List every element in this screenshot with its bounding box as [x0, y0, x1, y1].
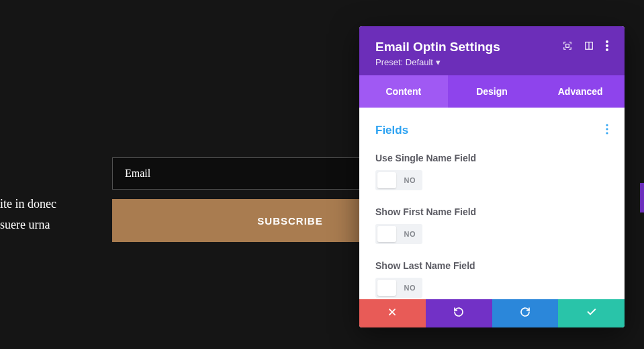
undo-button[interactable] — [426, 299, 492, 327]
kebab-icon[interactable] — [606, 40, 608, 54]
close-icon — [387, 307, 397, 319]
panel-body: Fields Use Single Name Field NO Show Fir… — [359, 108, 625, 299]
copy-line-1: ite in donec — [0, 194, 56, 215]
toggle-value: NO — [404, 230, 416, 238]
expand-icon[interactable] — [563, 41, 572, 53]
settings-panel: Email Optin Settings Preset: Default ▾ C… — [359, 26, 625, 327]
toggle-knob — [377, 172, 396, 188]
page-copy: ite in donec suere urna — [0, 194, 56, 235]
toggle-single-name[interactable]: NO — [375, 170, 422, 190]
section-kebab-icon[interactable] — [606, 122, 608, 138]
subscribe-label: SUBSCRIBE — [257, 215, 322, 227]
field-row: Use Single Name Field NO — [375, 153, 608, 193]
toggle-value: NO — [404, 176, 416, 184]
svg-point-6 — [606, 124, 608, 126]
snap-icon[interactable] — [584, 41, 594, 53]
svg-point-3 — [606, 40, 608, 43]
field-label: Use Single Name Field — [375, 153, 608, 163]
field-label: Show Last Name Field — [375, 260, 608, 271]
cancel-button[interactable] — [359, 299, 426, 327]
svg-rect-0 — [566, 44, 569, 48]
panel-header: Email Optin Settings Preset: Default ▾ — [359, 26, 625, 75]
field-label: Show First Name Field — [375, 206, 608, 217]
tab-advanced[interactable]: Advanced — [536, 75, 625, 108]
panel-title: Email Optin Settings — [375, 40, 500, 54]
section-title[interactable]: Fields — [375, 124, 408, 137]
field-row: Show First Name Field NO — [375, 206, 608, 247]
svg-point-8 — [606, 132, 608, 134]
svg-point-5 — [606, 48, 608, 51]
undo-icon — [453, 307, 464, 320]
check-icon — [586, 307, 597, 320]
tab-design[interactable]: Design — [448, 75, 537, 108]
field-row: Show Last Name Field NO — [375, 260, 608, 299]
toggle-value: NO — [404, 284, 416, 292]
redo-icon — [520, 307, 531, 320]
email-placeholder: Email — [125, 167, 150, 180]
redo-button[interactable] — [492, 299, 559, 327]
toggle-knob — [377, 280, 396, 296]
save-button[interactable] — [558, 299, 625, 327]
side-indicator — [640, 183, 644, 212]
panel-tabs: Content Design Advanced — [359, 75, 625, 108]
copy-line-2: suere urna — [0, 215, 56, 235]
svg-point-4 — [606, 44, 608, 47]
tab-content[interactable]: Content — [359, 75, 448, 108]
svg-point-7 — [606, 128, 608, 130]
panel-footer — [359, 299, 625, 327]
toggle-first-name[interactable]: NO — [375, 224, 422, 244]
toggle-knob — [377, 226, 396, 242]
toggle-last-name[interactable]: NO — [375, 278, 422, 298]
preset-dropdown[interactable]: Preset: Default ▾ — [375, 57, 608, 67]
